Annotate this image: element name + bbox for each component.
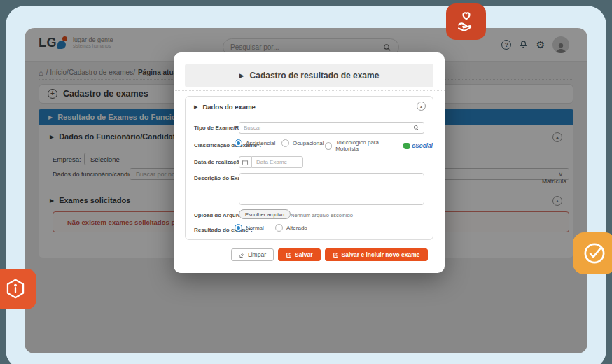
radio-ocupacional-label[interactable]: Ocupacional	[293, 140, 324, 146]
play-icon: ▶	[239, 72, 244, 79]
divider	[191, 115, 427, 116]
esocial-logo[interactable]: eSocial	[403, 142, 433, 149]
dados-exame-card: ▶ Dados do exame ▴ Tipo de Exame/Relatór…	[185, 96, 433, 240]
limpar-button[interactable]: Limpar	[231, 248, 274, 261]
radio-toxicologico-label[interactable]: Toxicológico para Motorista	[335, 139, 397, 152]
calendar-icon[interactable]	[239, 156, 251, 168]
limpar-label: Limpar	[248, 251, 266, 258]
eraser-icon	[239, 252, 245, 258]
salvar-button[interactable]: Salvar	[278, 248, 321, 261]
save-disk-icon	[333, 252, 339, 258]
data-exame-input[interactable]	[256, 159, 298, 165]
file-button-label: Escolher arquivo	[245, 211, 284, 218]
benefits-badge[interactable]	[446, 4, 486, 40]
radio-alterado[interactable]	[275, 224, 283, 232]
radio-normal[interactable]	[235, 224, 242, 232]
circle-check-icon	[581, 240, 608, 267]
radio-ocupacional[interactable]	[281, 139, 289, 147]
radio-assistencial-label[interactable]: Assistencial	[246, 140, 275, 146]
save-disk-icon	[286, 252, 292, 258]
escolher-arquivo-button[interactable]: Escolher arquivo	[239, 209, 291, 219]
radio-alterado-label[interactable]: Alterado	[286, 225, 307, 231]
hexagon-info-icon	[4, 276, 27, 302]
success-badge[interactable]	[573, 232, 612, 274]
descricao-textarea[interactable]	[239, 173, 424, 205]
data-exame-field[interactable]	[251, 156, 303, 168]
tipo-exame-search-field[interactable]	[239, 122, 424, 134]
tipo-exame-input[interactable]	[244, 125, 413, 131]
salvar-label: Salvar	[295, 251, 313, 258]
upload-note: Nenhum arquivo escolhido	[291, 212, 353, 218]
radio-assistencial[interactable]	[235, 139, 242, 147]
hand-heart-icon	[454, 10, 478, 33]
modal-titlebar[interactable]: ▶ Cadastro de resultado de exame	[185, 64, 433, 88]
salvar-incluir-button[interactable]: Salvar e incluir novo exame	[325, 248, 428, 261]
radio-normal-label[interactable]: Normal	[246, 225, 264, 231]
cadastro-resultado-modal: ▶ Cadastro de resultado de exame ▶ Dados…	[174, 52, 445, 273]
info-badge[interactable]	[0, 269, 36, 309]
play-icon: ▶	[194, 104, 197, 110]
section-title: Dados do exame	[202, 103, 256, 111]
section-dados-exame[interactable]: ▶ Dados do exame	[194, 103, 256, 111]
radio-toxicologico[interactable]	[325, 142, 332, 150]
esocial-mark-icon	[403, 143, 410, 149]
divider	[174, 90, 445, 91]
search-icon[interactable]	[413, 125, 419, 131]
salvar-incluir-label: Salvar e incluir novo exame	[342, 251, 420, 258]
modal-title: Cadastro de resultado de exame	[250, 71, 380, 80]
collapse-icon[interactable]: ▴	[417, 102, 426, 111]
esocial-text: eSocial	[412, 142, 433, 149]
